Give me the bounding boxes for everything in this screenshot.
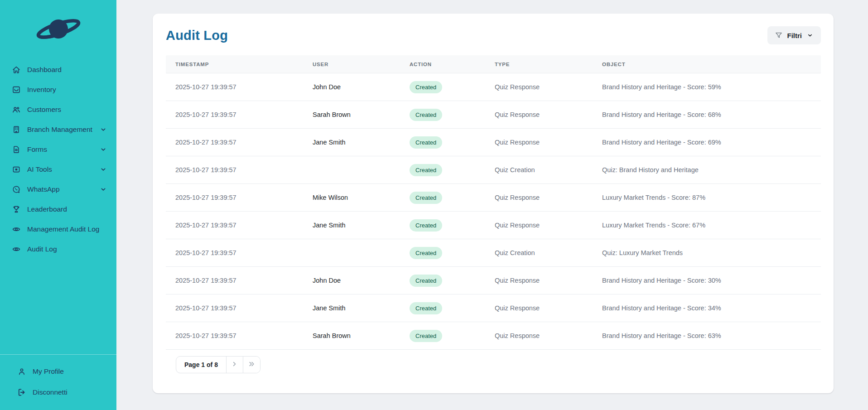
building-icon: [12, 125, 21, 134]
customers-icon: [12, 105, 21, 114]
cell-user: Jane Smith: [303, 139, 400, 146]
cell-type: Quiz Creation: [485, 166, 593, 174]
sidebar-item-label: Dashboard: [27, 66, 62, 74]
status-badge: Created: [410, 109, 442, 121]
sidebar-item-label: Customers: [27, 106, 61, 114]
table-row: 2025-10-27 19:39:57John DoeCreatedQuiz R…: [166, 73, 821, 101]
file-icon: [12, 145, 21, 154]
cell-object: Quiz: Brand History and Heritage: [593, 166, 821, 174]
sidebar-item-audit-log[interactable]: Audit Log: [0, 239, 116, 259]
card-header: Audit Log Filtri: [166, 26, 821, 44]
user-icon: [17, 367, 26, 376]
table-row: 2025-10-27 19:39:57Sarah BrownCreatedQui…: [166, 322, 821, 350]
cell-type: Quiz Response: [485, 332, 593, 339]
sidebar-item-leaderboard[interactable]: Leaderboard: [0, 199, 116, 219]
sidebar: DashboardInventoryCustomersBranch Manage…: [0, 0, 116, 410]
sidebar-footer-item-label: Disconnetti: [33, 388, 68, 396]
sidebar-item-label: Branch Management: [27, 125, 92, 134]
sidebar-item-inventory[interactable]: Inventory: [0, 80, 116, 100]
cell-timestamp: 2025-10-27 19:39:57: [166, 194, 303, 201]
sidebar-nav: DashboardInventoryCustomersBranch Manage…: [0, 60, 116, 354]
sidebar-item-management-audit-log[interactable]: Management Audit Log: [0, 219, 116, 239]
table-header-row: TIMESTAMPUSERACTIONTYPEOBJECT: [166, 55, 821, 73]
eye-icon: [12, 225, 21, 234]
cell-timestamp: 2025-10-27 19:39:57: [166, 83, 303, 91]
app-logo: [0, 0, 116, 60]
status-badge: Created: [410, 219, 442, 232]
cell-action: Created: [400, 247, 485, 259]
sidebar-item-label: Audit Log: [27, 245, 57, 253]
cell-object: Brand History and Heritage - Score: 30%: [593, 277, 821, 284]
status-badge: Created: [410, 164, 442, 176]
cell-type: Quiz Creation: [485, 249, 593, 256]
column-header-action: ACTION: [400, 62, 485, 67]
cell-user: Jane Smith: [303, 304, 400, 312]
cell-action: Created: [400, 330, 485, 342]
trophy-icon: [12, 205, 21, 214]
table-row: 2025-10-27 19:39:57John DoeCreatedQuiz R…: [166, 267, 821, 294]
cell-type: Quiz Response: [485, 304, 593, 312]
sidebar-item-customers[interactable]: Customers: [0, 100, 116, 120]
chevron-down-icon: [806, 32, 814, 39]
cell-timestamp: 2025-10-27 19:39:57: [166, 166, 303, 174]
audit-log-card: Audit Log Filtri TIMESTAMPUSERACTIONTYPE…: [153, 14, 834, 393]
column-header-user: USER: [303, 62, 400, 67]
inventory-icon: [12, 85, 21, 94]
cell-timestamp: 2025-10-27 19:39:57: [166, 277, 303, 284]
sidebar-item-whatsapp[interactable]: WhatsApp: [0, 179, 116, 199]
sidebar-footer: My ProfileDisconnetti: [0, 354, 116, 410]
cell-object: Quiz: Luxury Market Trends: [593, 249, 821, 256]
cell-user: John Doe: [303, 83, 400, 91]
cell-action: Created: [400, 109, 485, 121]
chevron-down-icon: [99, 165, 107, 174]
chevron-down-icon: [99, 185, 107, 193]
table-row: 2025-10-27 19:39:57Jane SmithCreatedQuiz…: [166, 294, 821, 322]
cell-user: Mike Wilson: [303, 194, 400, 201]
cell-action: Created: [400, 192, 485, 204]
sidebar-footer-item-disconnetti[interactable]: Disconnetti: [0, 382, 116, 403]
cell-action: Created: [400, 275, 485, 287]
cell-user: Sarah Brown: [303, 332, 400, 339]
table-row: 2025-10-27 19:39:57CreatedQuiz CreationQ…: [166, 156, 821, 184]
status-badge: Created: [410, 302, 442, 314]
cell-action: Created: [400, 81, 485, 93]
sidebar-item-forms[interactable]: Forms: [0, 140, 116, 159]
sidebar-footer-item-label: My Profile: [33, 367, 64, 376]
sidebar-item-label: Forms: [27, 145, 47, 154]
table-row: 2025-10-27 19:39:57CreatedQuiz CreationQ…: [166, 239, 821, 267]
eye-icon: [12, 245, 21, 254]
cell-type: Quiz Response: [485, 83, 593, 91]
status-badge: Created: [410, 192, 442, 204]
table-row: 2025-10-27 19:39:57Jane SmithCreatedQuiz…: [166, 212, 821, 239]
cell-type: Quiz Response: [485, 222, 593, 229]
status-badge: Created: [410, 247, 442, 259]
status-badge: Created: [410, 136, 442, 149]
last-page-button[interactable]: [243, 357, 260, 373]
column-header-type: TYPE: [485, 62, 593, 67]
page-indicator: Page 1 of 8: [176, 357, 227, 373]
cell-type: Quiz Response: [485, 277, 593, 284]
status-badge: Created: [410, 81, 442, 93]
cell-object: Brand History and Heritage - Score: 63%: [593, 332, 821, 339]
cell-user: Sarah Brown: [303, 111, 400, 118]
whatsapp-icon: [12, 185, 21, 194]
sidebar-item-dashboard[interactable]: Dashboard: [0, 60, 116, 80]
cell-object: Brand History and Heritage - Score: 59%: [593, 83, 821, 91]
cell-timestamp: 2025-10-27 19:39:57: [166, 222, 303, 229]
planet-icon: [33, 14, 84, 46]
sidebar-item-ai-tools[interactable]: AI Tools: [0, 159, 116, 179]
cell-object: Luxury Market Trends - Score: 67%: [593, 222, 821, 229]
next-page-button[interactable]: [227, 357, 243, 373]
filters-button-label: Filtri: [787, 32, 802, 39]
sidebar-footer-item-my-profile[interactable]: My Profile: [0, 361, 116, 382]
main-content: Audit Log Filtri TIMESTAMPUSERACTIONTYPE…: [116, 0, 868, 410]
cell-action: Created: [400, 302, 485, 314]
cell-object: Luxury Market Trends - Score: 87%: [593, 194, 821, 201]
chevrons-right-icon: [248, 360, 256, 369]
column-header-object: OBJECT: [593, 62, 821, 67]
table-body: 2025-10-27 19:39:57John DoeCreatedQuiz R…: [166, 73, 821, 350]
cell-action: Created: [400, 219, 485, 232]
filters-button[interactable]: Filtri: [767, 26, 821, 44]
sidebar-item-branch-management[interactable]: Branch Management: [0, 120, 116, 140]
sidebar-item-label: Inventory: [27, 86, 56, 94]
